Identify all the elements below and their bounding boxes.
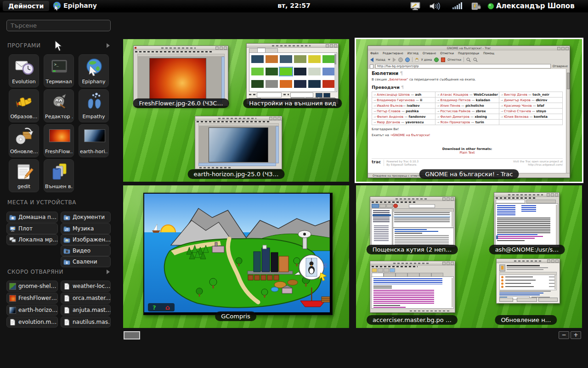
window-software-updates[interactable] — [496, 259, 560, 304]
expand-arrow-icon[interactable] — [107, 43, 110, 48]
place-label: Плот — [18, 225, 33, 232]
scrollbar[interactable] — [566, 69, 570, 173]
workspace-3[interactable]: ? ⌂ GCompris — [123, 185, 349, 328]
help-icon[interactable]: ? — [153, 304, 156, 311]
network-signal-icon[interactable] — [452, 2, 462, 10]
translator-cell: → Явор Доганов — yavorescu — [372, 120, 435, 125]
recent-item[interactable]: orca.master.… — [61, 293, 111, 304]
window-titlebar — [370, 197, 455, 201]
place-item-local-network[interactable]: Локална мр… — [6, 234, 58, 245]
zoom-out-icon[interactable] — [473, 58, 478, 62]
place-item-pictures[interactable]: Изображен… — [61, 234, 111, 245]
recent-item[interactable]: earth-horizo… — [6, 305, 58, 316]
translator-cell: → Атанас Кошаров — WebCrusader — [435, 92, 499, 98]
recent-item[interactable]: gnome-shel… — [6, 281, 58, 292]
bookmarks-label[interactable]: Отметки — [447, 58, 461, 62]
window-epiphany-trac[interactable]: GNOME на български! - Trac Файл Редактир… — [368, 46, 570, 178]
translators-table: → Александър Шопов — ash → Атанас Кошаро… — [372, 92, 563, 125]
menu-item[interactable]: Отиване — [423, 52, 436, 55]
home-label[interactable]: У дома — [421, 58, 432, 62]
go-button[interactable]: Отваряне — [553, 64, 568, 68]
gimp-icon — [49, 92, 69, 112]
window-label: Настройки на външния вид — [243, 98, 342, 108]
back-icon[interactable] — [370, 58, 373, 62]
app-label: Образов… — [10, 114, 38, 120]
recent-item[interactable]: evolution.m… — [6, 316, 58, 328]
translator-cell-empty: →— — [499, 120, 562, 125]
window-gedit-accerciser[interactable] — [370, 261, 455, 313]
pictures-folder-icon — [63, 236, 70, 243]
window-evolution-mailbox[interactable] — [370, 196, 455, 247]
workspace-remove-button[interactable]: − — [559, 331, 569, 339]
expand-arrow-icon[interactable] — [107, 270, 110, 274]
translator-cell: → Виктор Дачев — tech_noir — [499, 92, 562, 98]
recent-item[interactable]: anjuta.mast… — [61, 305, 111, 316]
place-item-music[interactable]: Музика — [61, 223, 111, 234]
place-item-desktop[interactable]: Плот — [6, 223, 58, 234]
workspace-indicator[interactable] — [124, 331, 140, 339]
home-icon[interactable]: ⌂ — [165, 304, 170, 310]
gedit-notepad-icon — [14, 161, 34, 182]
recent-item[interactable]: weather-loc… — [61, 281, 111, 292]
window-appearance-preferences[interactable] — [246, 43, 339, 104]
app-tile-earthhorizon[interactable]: earth-hori… — [79, 124, 109, 157]
recent-item[interactable]: nautilus.mas… — [61, 316, 111, 328]
app-tile-updates[interactable]: Обновле… — [9, 124, 39, 157]
stop-icon[interactable] — [398, 58, 403, 62]
app-tile-terminal[interactable]: >_ Терминал — [44, 54, 74, 87]
translator-cell: → Ясен Праматаров — turin — [435, 120, 499, 125]
menu-item[interactable]: Помощ — [483, 52, 494, 55]
window-label: GNOME на български! - Trac — [419, 169, 519, 179]
back-label[interactable]: Назад — [376, 58, 385, 62]
url-input[interactable]: http://fsa-bg.org/project/gtp — [375, 64, 551, 69]
window-terminal[interactable] — [494, 192, 560, 247]
forward-icon[interactable] — [393, 58, 396, 62]
volume-icon[interactable] — [429, 2, 441, 11]
workspace-4[interactable]: Пощенска кутия (2 неп… — [356, 185, 582, 328]
window-gimp-freshflower[interactable] — [133, 46, 228, 106]
app-tile-gedit[interactable]: gedit — [9, 159, 39, 192]
battery-icon[interactable] — [470, 2, 481, 11]
workspace-1[interactable]: FreshFlower.jpg-26.0 (ЧЗС… — [123, 39, 349, 182]
menu-item[interactable]: Отметки — [440, 52, 454, 55]
bookmark-icon[interactable] — [441, 58, 445, 62]
app-tile-freshflower[interactable]: FreshFlow… — [44, 124, 74, 157]
zoom-in-icon[interactable] — [466, 58, 471, 62]
recent-item[interactable]: FreshFlower… — [6, 293, 58, 304]
workspace-2-active[interactable]: GNOME на български! - Trac Файл Редактир… — [356, 39, 582, 182]
home-icon[interactable] — [415, 58, 419, 62]
app-label: Обновле… — [10, 149, 38, 155]
app-tile-gcompris[interactable]: Образов… — [9, 89, 39, 122]
app-tile-epiphany[interactable]: Epiphany — [79, 54, 109, 87]
place-item-home[interactable]: Домашна п… — [6, 212, 58, 223]
home-folder-icon — [9, 214, 16, 221]
display-icon[interactable] — [410, 2, 421, 11]
menu-item[interactable]: Файл — [370, 52, 379, 55]
gimp-canvas-earth — [209, 127, 268, 162]
workspace-add-button[interactable]: + — [571, 331, 581, 339]
search-input[interactable] — [7, 20, 118, 31]
search-box — [6, 20, 111, 31]
place-item-downloads[interactable]: Свалени — [61, 256, 111, 267]
appearance-shirts-icon — [49, 161, 69, 182]
presence-status-icon[interactable] — [487, 3, 494, 10]
screenshot-thumbnail — [9, 283, 16, 290]
app-tile-evolution[interactable]: Evolution — [9, 54, 39, 87]
window-label: Пощенска кутия (2 неп… — [367, 245, 458, 254]
app-tile-gimp[interactable]: Редактор … — [44, 89, 74, 122]
menu-item[interactable]: Редактиране — [383, 52, 403, 55]
place-item-videos[interactable]: Видео — [61, 245, 111, 256]
menu-item[interactable]: Подпрозорци — [458, 52, 479, 55]
desktop-icon — [9, 225, 16, 232]
history-icon[interactable] — [434, 58, 439, 62]
window-gcompris[interactable]: ? ⌂ — [143, 193, 333, 315]
window-label: accerciser.master.bg.po … — [367, 315, 458, 325]
place-item-documents[interactable]: Документи — [61, 212, 111, 223]
menu-item[interactable]: Изглед — [407, 52, 418, 55]
user-menu[interactable]: Александър Шопов — [496, 2, 575, 10]
wallpaper-grid — [249, 52, 337, 92]
reload-icon[interactable] — [405, 58, 410, 62]
app-tile-empathy[interactable]: Empathy — [79, 89, 109, 122]
window-gimp-earthhorizon[interactable] — [195, 116, 282, 169]
app-tile-appearance[interactable]: Външен в… — [44, 159, 74, 192]
